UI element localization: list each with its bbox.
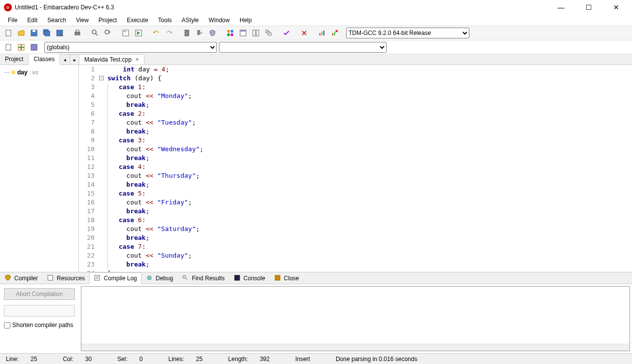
tree-item-day[interactable]: ⋯ day : int (3, 68, 75, 77)
insert-button[interactable] (16, 42, 27, 53)
svg-rect-20 (231, 33, 233, 36)
tab-compile-log[interactable]: Compile Log (89, 272, 141, 284)
tile-horiz-button[interactable] (238, 28, 248, 38)
tile-grid-button[interactable] (225, 28, 236, 38)
toggle-bookmark-button[interactable] (181, 28, 192, 38)
code-editor[interactable]: 1234567891011121314151617181920212223242… (79, 65, 632, 272)
svg-rect-0 (6, 30, 11, 36)
editor-tab-label: Malavida Test.cpp (84, 56, 132, 63)
compile-button[interactable] (120, 28, 131, 38)
class-tree[interactable]: ⋯ day : int (0, 65, 78, 272)
fold-toggle[interactable]: − (99, 76, 104, 80)
svg-rect-31 (332, 33, 333, 35)
menu-astyle[interactable]: AStyle (178, 16, 203, 25)
new-file-button[interactable] (3, 28, 14, 38)
printer-icon (73, 29, 81, 37)
menu-edit[interactable]: Edit (23, 16, 41, 25)
shorten-paths-checkbox[interactable]: Shorten compiler paths (4, 322, 75, 329)
replace-icon (104, 29, 112, 37)
new-class-button[interactable] (3, 42, 14, 53)
open-button[interactable] (16, 28, 27, 38)
menu-view[interactable]: View (72, 16, 93, 25)
class-toolbar: (globals) (0, 40, 632, 54)
tile-vert-button[interactable] (250, 28, 261, 38)
abort-compilation-button[interactable]: Abort Compilation (4, 288, 75, 300)
tab-project[interactable]: Project (0, 54, 29, 65)
svg-rect-28 (319, 33, 320, 35)
undo-button[interactable] (151, 28, 162, 38)
bookmark-next-icon (196, 29, 204, 37)
cancel-button[interactable] (299, 28, 310, 38)
menu-tools[interactable]: Tools (154, 16, 176, 25)
profile-button[interactable] (316, 28, 327, 38)
menu-file[interactable]: File (4, 16, 21, 25)
svg-rect-19 (227, 33, 230, 36)
compile-log-output[interactable] (81, 286, 630, 351)
save-as-icon (56, 29, 64, 37)
bookmark-icon (183, 29, 191, 37)
delete-profile-button[interactable] (329, 28, 340, 38)
cascade-button[interactable] (263, 28, 274, 38)
svg-rect-43 (235, 275, 240, 280)
status-sel: Sel: (111, 356, 134, 363)
svg-line-9 (96, 33, 98, 35)
statusbar: Line: 25 Col: 30 Sel: 0 Lines: 25 Length… (0, 353, 632, 364)
run-button[interactable] (133, 28, 144, 38)
svg-rect-16 (197, 30, 200, 35)
status-line: Line: (0, 356, 25, 363)
tab-compiler[interactable]: Compiler (0, 272, 42, 284)
close-button[interactable]: ✕ (606, 1, 626, 13)
svg-rect-15 (185, 30, 189, 36)
member-select[interactable] (219, 42, 386, 53)
split-icon (252, 29, 260, 37)
save-all-icon (43, 29, 51, 37)
tab-classes[interactable]: Classes (29, 54, 60, 65)
save-button[interactable] (29, 28, 39, 38)
variable-icon (11, 70, 15, 74)
scrollbar-horizontal[interactable] (81, 344, 630, 351)
svg-rect-32 (334, 32, 335, 35)
tab-find-results[interactable]: Find Results (177, 272, 229, 284)
tab-close-button[interactable]: × (136, 56, 139, 63)
tab-close[interactable]: Close (270, 272, 304, 284)
bug-icon (146, 274, 154, 282)
tab-resources[interactable]: Resources (42, 272, 89, 284)
left-panel: Project Classes ◂ ▸ ⋯ day : int (0, 54, 79, 272)
insert-icon (17, 43, 25, 51)
tab-console[interactable]: Console (229, 272, 270, 284)
main-toolbar: TDM-GCC 9.2.0 64-bit Release (0, 26, 632, 40)
window-title: Untitled1 - Embarcadero Dev-C++ 6.3 (15, 4, 551, 11)
find-button[interactable] (90, 28, 101, 38)
tab-debug[interactable]: Debug (141, 272, 177, 284)
menu-window[interactable]: Window (205, 16, 234, 25)
check-button[interactable] (281, 28, 292, 38)
minimize-button[interactable]: — (551, 1, 571, 13)
menu-execute[interactable]: Execute (123, 16, 152, 25)
scope-select[interactable]: (globals) (44, 42, 217, 53)
goto-bookmark-button[interactable] (194, 28, 205, 38)
save-all-button[interactable] (41, 28, 52, 38)
svg-point-8 (92, 30, 96, 34)
status-col: Col: (57, 356, 79, 363)
menubar: FileEditSearchViewProjectExecuteToolsASt… (0, 15, 632, 26)
svg-rect-27 (269, 33, 271, 35)
redo-button[interactable] (164, 28, 175, 38)
svg-rect-23 (253, 30, 255, 36)
goto-button[interactable] (29, 42, 39, 53)
compiler-profile-select[interactable]: TDM-GCC 9.2.0 64-bit Release (346, 28, 469, 38)
replace-button[interactable] (103, 28, 113, 38)
save-as-button[interactable] (54, 28, 65, 38)
maximize-button[interactable]: ☐ (579, 1, 598, 13)
tab-scroll-left[interactable]: ◂ (60, 54, 70, 65)
svg-rect-24 (256, 30, 259, 36)
file-icon (4, 29, 12, 37)
menu-project[interactable]: Project (95, 16, 121, 25)
svg-line-42 (186, 278, 187, 280)
save-icon (274, 274, 282, 282)
editor-tab[interactable]: Malavida Test.cpp × (79, 54, 144, 65)
tree-connector-icon: ⋯ (4, 69, 9, 76)
debug-button[interactable] (207, 28, 218, 38)
menu-search[interactable]: Search (43, 16, 70, 25)
print-button[interactable] (72, 28, 83, 38)
menu-help[interactable]: Help (236, 16, 256, 25)
